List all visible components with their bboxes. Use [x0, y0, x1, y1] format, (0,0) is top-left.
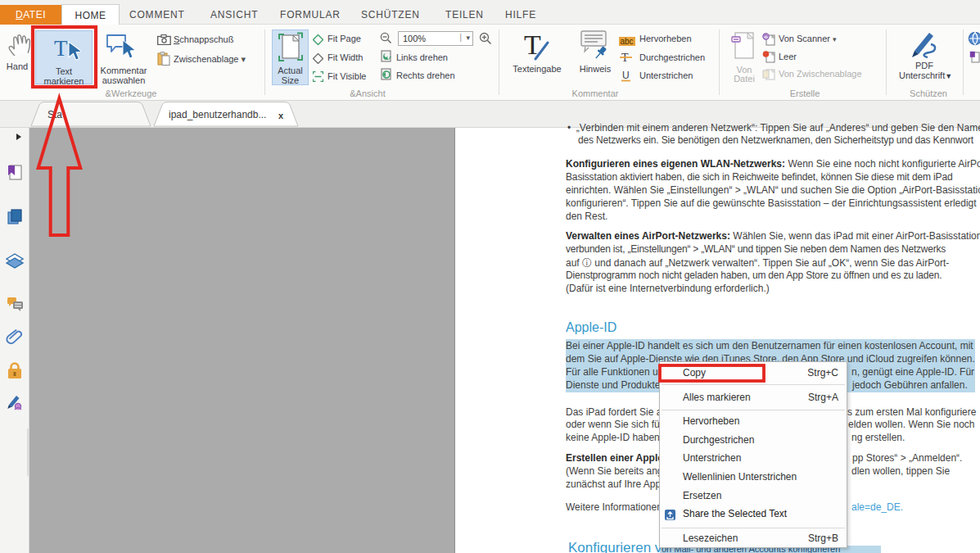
- svg-text:T: T: [54, 36, 68, 61]
- svg-text:Sta: Sta: [47, 109, 62, 120]
- svg-text:x: x: [278, 111, 284, 120]
- svg-text:abc: abc: [621, 37, 634, 46]
- svg-text:ipad_benutzerhandb...: ipad_benutzerhandb...: [169, 109, 266, 120]
- svg-text:U: U: [622, 70, 630, 81]
